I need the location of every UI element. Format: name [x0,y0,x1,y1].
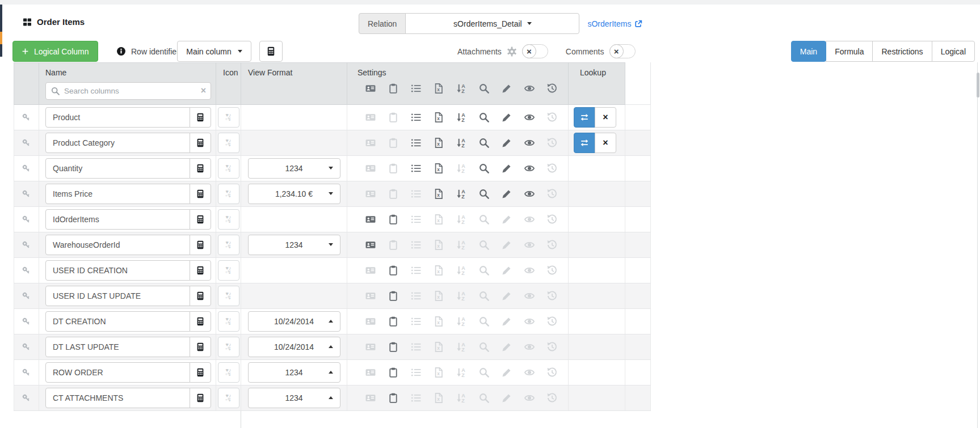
excel-file-icon[interactable]: x [434,291,444,301]
eye-icon[interactable] [524,189,535,199]
excel-file-icon[interactable]: x [434,112,444,122]
clipboard-icon[interactable] [388,316,398,327]
eye-icon[interactable] [524,214,535,224]
history-icon[interactable] [547,112,557,122]
formula-button[interactable] [190,362,211,383]
id-card-icon[interactable] [365,367,376,378]
id-card-icon[interactable] [365,163,376,173]
column-name-input[interactable] [45,158,190,179]
excel-file-icon[interactable]: x [434,342,444,352]
eye-icon[interactable] [524,342,535,352]
id-card-icon[interactable] [365,112,376,122]
excel-file-icon[interactable]: x [434,163,444,173]
sort-alpha-icon[interactable]: AZ [456,189,466,199]
list-icon[interactable] [411,367,421,378]
formula-button[interactable] [190,184,211,204]
column-name-input[interactable] [45,235,190,255]
scrollbar-track[interactable] [977,62,978,428]
pencil-icon[interactable] [502,265,512,276]
search-icon[interactable] [479,240,489,250]
search-icon[interactable] [479,316,489,327]
history-icon[interactable] [547,163,557,173]
relation-table-link[interactable]: sOrderItems [587,19,642,28]
gear-icon[interactable] [507,46,517,57]
sort-alpha-icon[interactable]: AZ [456,342,466,352]
clipboard-icon[interactable] [388,393,398,403]
sort-alpha-icon[interactable]: AZ [456,214,466,224]
clipboard-icon[interactable] [388,367,398,378]
clipboard-icon[interactable] [388,265,398,276]
icon-picker-button[interactable]: ♥♪▫↯ [218,235,239,255]
clipboard-icon[interactable] [388,342,398,352]
sort-alpha-icon[interactable]: AZ [456,138,466,148]
lookup-remove-button[interactable]: × [595,107,616,128]
formula-button[interactable] [190,158,211,179]
formula-button[interactable] [190,235,211,255]
history-icon[interactable] [547,138,557,148]
clipboard-icon[interactable] [388,240,398,250]
icon-picker-button[interactable]: ♥♪▫↯ [218,311,239,332]
clipboard-icon[interactable] [388,138,398,148]
history-icon[interactable] [547,367,557,378]
clipboard-icon[interactable] [388,163,398,173]
view-format-select[interactable]: 1234 [248,388,340,408]
pencil-icon[interactable] [502,291,512,301]
column-name-input[interactable] [45,260,190,281]
icon-picker-button[interactable]: ♥♪▫↯ [218,362,239,383]
view-format-select[interactable]: 10/24/2014 [248,337,340,357]
sort-alpha-icon[interactable]: AZ [456,291,466,301]
column-name-input[interactable] [45,337,190,357]
search-icon[interactable] [479,214,489,224]
search-icon[interactable] [479,393,489,403]
tab-main[interactable]: Main [791,41,826,62]
history-icon[interactable] [547,240,557,250]
icon-picker-button[interactable]: ♥♪▫↯ [218,184,239,204]
eye-icon[interactable] [524,316,535,327]
search-columns-input[interactable] [45,82,211,100]
search-icon[interactable] [479,265,489,276]
eye-icon[interactable] [524,393,535,403]
search-icon[interactable] [479,291,489,301]
column-name-input[interactable] [45,362,190,383]
pencil-icon[interactable] [502,316,512,327]
history-icon[interactable] [547,291,557,301]
eye-icon[interactable] [524,240,535,250]
formula-button[interactable] [190,286,211,306]
id-card-icon[interactable] [365,240,376,250]
view-format-select[interactable]: 10/24/2014 [248,311,340,332]
excel-file-icon[interactable]: x [434,265,444,276]
pencil-icon[interactable] [502,138,512,148]
id-card-icon[interactable] [365,342,376,352]
add-logical-column-button[interactable]: Logical Column [12,41,98,62]
column-name-input[interactable] [45,107,190,128]
view-format-select[interactable]: 1234 [248,235,340,255]
list-icon[interactable] [411,163,421,173]
pencil-icon[interactable] [502,163,512,173]
excel-file-icon[interactable]: x [434,189,444,199]
formula-button[interactable] [190,107,211,128]
view-format-select[interactable]: 1,234.10 € [248,184,340,204]
pencil-icon[interactable] [502,112,512,122]
list-icon[interactable] [411,316,421,327]
eye-icon[interactable] [524,291,535,301]
search-icon[interactable] [479,189,489,199]
column-name-input[interactable] [45,209,190,230]
view-format-select[interactable]: 1234 [248,362,340,383]
list-icon[interactable] [411,265,421,276]
column-name-input[interactable] [45,133,190,153]
clear-search-icon[interactable]: × [201,85,206,96]
pencil-icon[interactable] [502,214,512,224]
icon-picker-button[interactable]: ♥♪▫↯ [218,388,239,408]
eye-icon[interactable] [524,163,535,173]
pencil-icon[interactable] [502,367,512,378]
tab-logical[interactable]: Logical [932,41,975,62]
history-icon[interactable] [547,214,557,224]
formula-button[interactable] [190,133,211,153]
list-icon[interactable] [411,393,421,403]
id-card-icon[interactable] [365,393,376,403]
clipboard-icon[interactable] [388,291,398,301]
tab-restrictions[interactable]: Restrictions [872,41,932,62]
search-icon[interactable] [479,342,489,352]
history-icon[interactable] [547,189,557,199]
list-icon[interactable] [411,189,421,199]
